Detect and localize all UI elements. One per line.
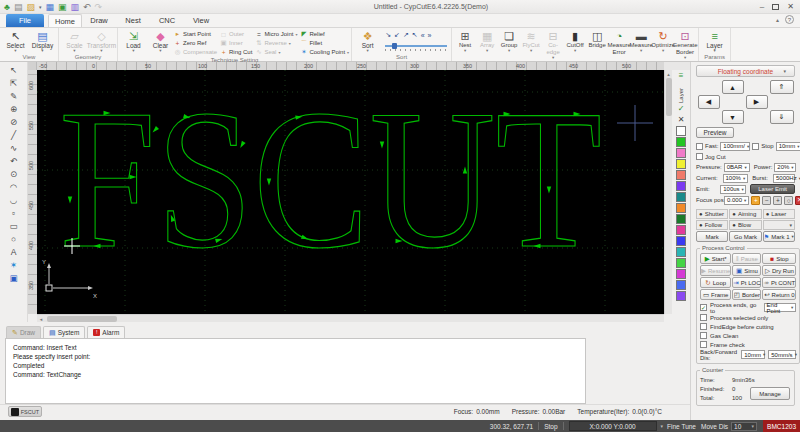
load-button[interactable]: ⇲ Load ▾ (120, 29, 147, 53)
flycut-button[interactable]: ≋FlyCut▾ (520, 29, 542, 53)
co-edge-button[interactable]: ⊟Co-edge▾ (542, 29, 564, 60)
sort-slider[interactable] (385, 42, 447, 51)
dry-run-button[interactable]: ▷Dry Run (762, 265, 796, 276)
new-file-icon[interactable]: ▤ (14, 1, 23, 13)
sort-dir-4-icon[interactable]: ↖ (412, 31, 418, 39)
pressure-select[interactable]: 0BAR▾ (724, 163, 750, 172)
focus-reset-button[interactable]: ○ (784, 196, 793, 205)
polyline-tool-icon[interactable]: ∿ (10, 142, 17, 155)
power-select[interactable]: 20%▾ (774, 163, 796, 172)
cutoff-button[interactable]: ▮CutOff▾ (564, 29, 586, 53)
text-tool-icon[interactable]: A (11, 246, 17, 259)
sort-dir-1-icon[interactable]: ↘ (385, 31, 391, 39)
layer-swatch-white[interactable] (676, 126, 686, 136)
fast-select[interactable]: 100mm/▾ (720, 142, 750, 151)
focus-plus-button[interactable]: + (751, 196, 760, 205)
sort-next-icon[interactable]: » (428, 32, 432, 39)
focus-minus-button[interactable]: − (762, 196, 771, 205)
cooling-point-button[interactable]: ✶Cooling Point▾ (300, 48, 349, 56)
layer-swatch[interactable] (676, 214, 686, 224)
select-button[interactable]: ↖ Select ▾ (2, 29, 29, 53)
image-tool-icon[interactable]: ▣ (9, 272, 17, 285)
layer-swatch[interactable] (676, 192, 686, 202)
scale-button[interactable]: ▱ Scale ▾ (61, 29, 88, 53)
laser-toggle[interactable]: ●Laser (763, 209, 795, 219)
tab-cnc[interactable]: CNC (150, 14, 184, 27)
edit-tool-icon[interactable]: ✎ (10, 90, 17, 103)
layer-swatch[interactable] (676, 170, 686, 180)
current-select[interactable]: 100%▾ (723, 174, 749, 183)
transform-button[interactable]: ◇ Transform ▾ (88, 29, 115, 53)
layer-swatch[interactable] (676, 236, 686, 246)
process-ends-select[interactable]: End Point▾ (764, 303, 797, 312)
maximize-button[interactable] (772, 4, 779, 10)
jog-right-button[interactable]: ▶ (746, 95, 768, 109)
emit-select[interactable]: 100us▾ (720, 185, 746, 194)
layer-swatch[interactable] (676, 258, 686, 268)
burst-select[interactable]: 5000Hz▾ (773, 174, 795, 183)
circle-tool-icon[interactable]: ○ (11, 233, 16, 246)
follow-toggle[interactable]: ●Follow (696, 220, 728, 230)
back-distance-select[interactable]: 10mm▾ (741, 350, 765, 359)
move-dis-select[interactable]: 10▾ (731, 422, 757, 431)
mark1-button[interactable]: ⚑Mark 1▾ (763, 231, 795, 242)
select-tool-icon[interactable]: ↖ (10, 64, 17, 77)
outer-button[interactable]: □Outer (220, 30, 252, 38)
focus-add-button[interactable]: + (773, 196, 782, 205)
tab-nest[interactable]: Nest (116, 14, 150, 27)
blow-toggle[interactable]: ●Blow (729, 220, 761, 230)
export-icon[interactable]: ▣ (58, 1, 67, 13)
generate-border-button[interactable]: ⊡Generate Border▾ (674, 29, 696, 60)
ring-cut-button[interactable]: +Ring Cut (220, 48, 252, 56)
horizontal-scrollbar[interactable]: ◂ (37, 314, 664, 322)
redo-icon[interactable]: ↷ (95, 1, 103, 13)
layer-swatch[interactable] (676, 225, 686, 235)
layer-swatch[interactable] (676, 181, 686, 191)
nest-button[interactable]: ⊞Nest▾ (454, 29, 476, 53)
jog-down-button[interactable]: ▼ (722, 110, 744, 124)
point-tool-icon[interactable]: ▫ (12, 207, 15, 220)
preview-button[interactable]: Preview (696, 127, 734, 138)
horizontal-scroll-thumb[interactable] (47, 316, 117, 322)
measure-error-button[interactable]: ◔Measure Error (608, 29, 630, 56)
findedge-checkbox[interactable] (700, 323, 707, 330)
rectangle-tool-icon[interactable]: ▭ (9, 220, 17, 233)
sort-prev-icon[interactable]: « (421, 32, 425, 39)
spline-tool-icon[interactable]: ↶ (10, 155, 17, 168)
tab-file[interactable]: File (6, 14, 44, 27)
gas-clean-checkbox[interactable] (700, 332, 707, 339)
layer-swatch[interactable] (676, 291, 686, 301)
resume-button[interactable]: ▶Resume (700, 265, 731, 276)
layer-swatch[interactable] (676, 203, 686, 213)
micro-joint-button[interactable]: =Micro Joint▾ (255, 30, 297, 38)
node-edit-tool-icon[interactable]: ⇱ (10, 77, 17, 90)
pan-tool-icon[interactable]: ⊕ (10, 103, 17, 116)
manage-button[interactable]: Manage (750, 387, 790, 400)
aiming-toggle[interactable]: ●Aiming (729, 209, 761, 219)
simu-button[interactable]: ▣Simu (732, 265, 761, 276)
process-selected-checkbox[interactable] (700, 314, 707, 321)
stop-button[interactable]: ■Stop (762, 253, 796, 264)
stop-checkbox[interactable] (752, 143, 759, 150)
tab-log-system[interactable]: ▤ System (43, 326, 85, 338)
open-file-icon[interactable]: ▨ (26, 1, 35, 13)
drawing-fscut-contour[interactable]: FSCUT (59, 70, 602, 289)
focus-close-button[interactable]: ✕ (795, 196, 800, 205)
blow-options-dropdown[interactable]: ▾ (763, 220, 795, 230)
tab-home[interactable]: Home (48, 14, 82, 27)
fast-checkbox[interactable] (696, 143, 703, 150)
layer-swatch[interactable] (676, 159, 686, 169)
pt-cont-button[interactable]: ↠Pt CONT (762, 277, 796, 288)
fscut-taskbar-button[interactable]: FSCUT (8, 406, 42, 417)
arc2-tool-icon[interactable]: ◡ (10, 194, 17, 207)
undo-icon[interactable]: ↶ (83, 1, 91, 13)
optimize-button[interactable]: ↻Optimize▾ (652, 29, 674, 53)
coords-caret-icon[interactable]: ▾ (661, 423, 664, 429)
focus-pos-input[interactable]: 0.000▾ (724, 196, 749, 205)
seal-button[interactable]: ∿Seal▾ (255, 48, 297, 56)
layer-button[interactable]: ≡ Layer ▾ (701, 29, 728, 53)
stop-select[interactable]: 10mm▾ (776, 142, 800, 151)
vertical-scroll-thumb[interactable] (666, 78, 672, 116)
command-log[interactable]: Command: Insert Text Please specify inse… (5, 338, 586, 404)
collapse-ribbon-icon[interactable]: ▴ (776, 16, 779, 23)
